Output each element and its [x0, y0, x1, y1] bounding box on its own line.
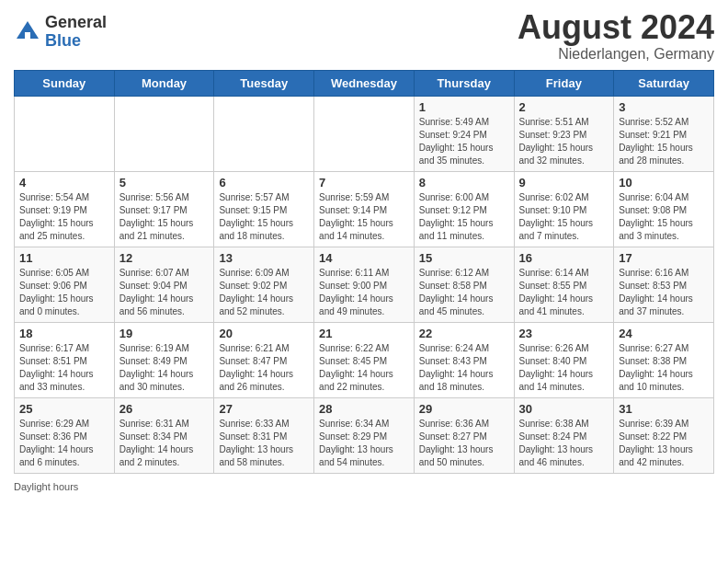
day-info: Sunrise: 5:52 AM Sunset: 9:21 PM Dayligh… — [619, 116, 709, 167]
location-subtitle: Niederlangen, Germany — [518, 46, 714, 63]
day-info: Sunrise: 6:38 AM Sunset: 8:24 PM Dayligh… — [519, 418, 609, 469]
day-info: Sunrise: 6:34 AM Sunset: 8:29 PM Dayligh… — [319, 418, 409, 469]
day-number: 3 — [619, 100, 709, 114]
day-number: 28 — [319, 402, 409, 416]
day-number: 19 — [119, 327, 210, 340]
calendar-cell: 10Sunrise: 6:04 AM Sunset: 9:08 PM Dayli… — [614, 171, 714, 247]
day-info: Sunrise: 6:39 AM Sunset: 8:22 PM Dayligh… — [619, 418, 709, 469]
calendar-cell: 12Sunrise: 6:07 AM Sunset: 9:04 PM Dayli… — [114, 247, 214, 322]
logo-icon — [14, 18, 41, 46]
calendar-cell: 8Sunrise: 6:00 AM Sunset: 9:12 PM Daylig… — [414, 171, 514, 247]
calendar-cell: 1Sunrise: 5:49 AM Sunset: 9:24 PM Daylig… — [414, 96, 514, 171]
calendar-cell: 24Sunrise: 6:27 AM Sunset: 8:38 PM Dayli… — [614, 322, 714, 397]
calendar-cell: 21Sunrise: 6:22 AM Sunset: 8:45 PM Dayli… — [314, 322, 415, 397]
day-number: 26 — [119, 402, 210, 416]
day-info: Sunrise: 5:56 AM Sunset: 9:17 PM Dayligh… — [119, 191, 210, 243]
calendar-cell — [15, 96, 115, 171]
day-info: Sunrise: 6:21 AM Sunset: 8:47 PM Dayligh… — [219, 342, 309, 394]
calendar-week-row: 4Sunrise: 5:54 AM Sunset: 9:19 PM Daylig… — [15, 171, 714, 247]
daylight-label: Daylight hours — [14, 481, 78, 492]
calendar-cell: 17Sunrise: 6:16 AM Sunset: 8:53 PM Dayli… — [614, 247, 714, 322]
day-of-week-header: Saturday — [614, 70, 714, 96]
calendar-cell: 3Sunrise: 5:52 AM Sunset: 9:21 PM Daylig… — [614, 96, 714, 171]
calendar-week-row: 18Sunrise: 6:17 AM Sunset: 8:51 PM Dayli… — [15, 322, 714, 397]
logo-general-text: General — [45, 14, 107, 32]
day-info: Sunrise: 5:59 AM Sunset: 9:14 PM Dayligh… — [319, 191, 409, 243]
day-number: 8 — [419, 176, 509, 190]
day-number: 9 — [519, 176, 609, 190]
calendar-week-row: 11Sunrise: 6:05 AM Sunset: 9:06 PM Dayli… — [15, 247, 714, 322]
calendar-table: SundayMondayTuesdayWednesdayThursdayFrid… — [14, 70, 714, 474]
calendar-cell: 30Sunrise: 6:38 AM Sunset: 8:24 PM Dayli… — [514, 397, 614, 473]
calendar-cell: 28Sunrise: 6:34 AM Sunset: 8:29 PM Dayli… — [314, 397, 415, 473]
calendar-cell: 19Sunrise: 6:19 AM Sunset: 8:49 PM Dayli… — [114, 322, 214, 397]
day-number: 29 — [419, 402, 509, 416]
day-number: 16 — [519, 251, 609, 265]
calendar-cell: 27Sunrise: 6:33 AM Sunset: 8:31 PM Dayli… — [214, 397, 314, 473]
day-number: 12 — [119, 251, 210, 265]
day-number: 14 — [319, 251, 409, 265]
day-of-week-header: Thursday — [414, 70, 514, 96]
day-number: 11 — [19, 251, 109, 265]
calendar-cell: 26Sunrise: 6:31 AM Sunset: 8:34 PM Dayli… — [114, 397, 214, 473]
day-info: Sunrise: 6:07 AM Sunset: 9:04 PM Dayligh… — [119, 267, 210, 318]
calendar-cell: 16Sunrise: 6:14 AM Sunset: 8:55 PM Dayli… — [514, 247, 614, 322]
calendar-cell: 5Sunrise: 5:56 AM Sunset: 9:17 PM Daylig… — [114, 171, 214, 247]
day-of-week-header: Friday — [514, 70, 614, 96]
calendar-cell: 15Sunrise: 6:12 AM Sunset: 8:58 PM Dayli… — [414, 247, 514, 322]
calendar-body: 1Sunrise: 5:49 AM Sunset: 9:24 PM Daylig… — [15, 96, 714, 473]
day-number: 18 — [19, 327, 109, 340]
day-info: Sunrise: 5:54 AM Sunset: 9:19 PM Dayligh… — [19, 191, 109, 243]
day-info: Sunrise: 6:11 AM Sunset: 9:00 PM Dayligh… — [319, 267, 409, 318]
day-info: Sunrise: 6:24 AM Sunset: 8:43 PM Dayligh… — [419, 342, 509, 394]
calendar-cell: 13Sunrise: 6:09 AM Sunset: 9:02 PM Dayli… — [214, 247, 314, 322]
calendar-cell: 14Sunrise: 6:11 AM Sunset: 9:00 PM Dayli… — [314, 247, 415, 322]
calendar-cell: 9Sunrise: 6:02 AM Sunset: 9:10 PM Daylig… — [514, 171, 614, 247]
day-info: Sunrise: 6:16 AM Sunset: 8:53 PM Dayligh… — [619, 267, 709, 318]
day-info: Sunrise: 5:51 AM Sunset: 9:23 PM Dayligh… — [519, 116, 609, 167]
calendar-cell: 22Sunrise: 6:24 AM Sunset: 8:43 PM Dayli… — [414, 322, 514, 397]
day-info: Sunrise: 6:05 AM Sunset: 9:06 PM Dayligh… — [19, 267, 109, 318]
logo: General Blue — [14, 14, 107, 51]
calendar-header: SundayMondayTuesdayWednesdayThursdayFrid… — [15, 70, 714, 96]
month-year-title: August 2024 — [518, 9, 714, 46]
day-info: Sunrise: 6:31 AM Sunset: 8:34 PM Dayligh… — [119, 418, 210, 469]
day-number: 22 — [419, 327, 509, 340]
day-number: 1 — [419, 100, 509, 114]
day-number: 10 — [619, 176, 709, 190]
day-info: Sunrise: 6:00 AM Sunset: 9:12 PM Dayligh… — [419, 191, 509, 243]
header-row: SundayMondayTuesdayWednesdayThursdayFrid… — [15, 70, 714, 96]
calendar-cell: 31Sunrise: 6:39 AM Sunset: 8:22 PM Dayli… — [614, 397, 714, 473]
calendar-cell: 4Sunrise: 5:54 AM Sunset: 9:19 PM Daylig… — [15, 171, 115, 247]
calendar-cell: 25Sunrise: 6:29 AM Sunset: 8:36 PM Dayli… — [15, 397, 115, 473]
title-block: August 2024 Niederlangen, Germany — [518, 9, 714, 63]
day-of-week-header: Monday — [114, 70, 214, 96]
day-info: Sunrise: 6:33 AM Sunset: 8:31 PM Dayligh… — [219, 418, 309, 469]
calendar-cell: 29Sunrise: 6:36 AM Sunset: 8:27 PM Dayli… — [414, 397, 514, 473]
day-number: 20 — [219, 327, 309, 340]
day-number: 24 — [619, 327, 709, 340]
day-info: Sunrise: 6:19 AM Sunset: 8:49 PM Dayligh… — [119, 342, 210, 394]
day-number: 31 — [619, 402, 709, 416]
day-of-week-header: Tuesday — [214, 70, 314, 96]
day-number: 15 — [419, 251, 509, 265]
day-info: Sunrise: 6:36 AM Sunset: 8:27 PM Dayligh… — [419, 418, 509, 469]
calendar-cell: 7Sunrise: 5:59 AM Sunset: 9:14 PM Daylig… — [314, 171, 415, 247]
day-number: 6 — [219, 176, 309, 190]
day-number: 30 — [519, 402, 609, 416]
day-number: 4 — [19, 176, 109, 190]
day-info: Sunrise: 6:09 AM Sunset: 9:02 PM Dayligh… — [219, 267, 309, 318]
day-info: Sunrise: 6:22 AM Sunset: 8:45 PM Dayligh… — [319, 342, 409, 394]
calendar-cell: 23Sunrise: 6:26 AM Sunset: 8:40 PM Dayli… — [514, 322, 614, 397]
day-number: 23 — [519, 327, 609, 340]
day-number: 7 — [319, 176, 409, 190]
svg-rect-1 — [25, 32, 30, 39]
calendar-cell — [114, 96, 214, 171]
day-info: Sunrise: 5:49 AM Sunset: 9:24 PM Dayligh… — [419, 116, 509, 167]
calendar-cell: 18Sunrise: 6:17 AM Sunset: 8:51 PM Dayli… — [15, 322, 115, 397]
day-number: 21 — [319, 327, 409, 340]
day-number: 25 — [19, 402, 109, 416]
day-info: Sunrise: 5:57 AM Sunset: 9:15 PM Dayligh… — [219, 191, 309, 243]
day-number: 5 — [119, 176, 210, 190]
calendar-cell: 20Sunrise: 6:21 AM Sunset: 8:47 PM Dayli… — [214, 322, 314, 397]
